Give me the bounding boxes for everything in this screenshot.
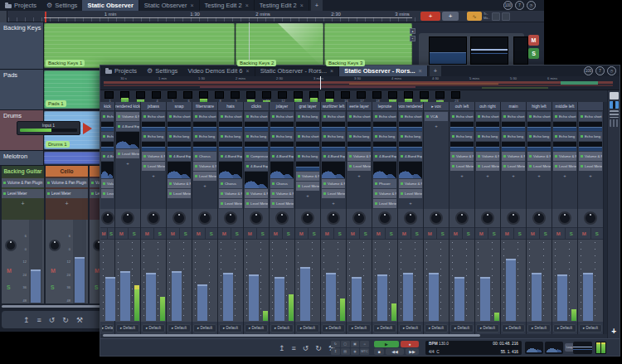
fader-section[interactable] bbox=[398, 240, 423, 322]
volume-fader-bar[interactable] bbox=[403, 273, 413, 321]
plugin-enabled-icon[interactable] bbox=[272, 192, 275, 195]
add-plugin-button[interactable]: + bbox=[502, 172, 525, 180]
plugin-enabled-icon[interactable] bbox=[529, 155, 532, 158]
clip-tool-button[interactable]: ∿ bbox=[467, 12, 482, 21]
add-plugin-button[interactable]: + bbox=[46, 198, 88, 210]
mute-button[interactable]: M bbox=[192, 228, 206, 239]
track-header[interactable]: Melotron bbox=[0, 151, 44, 165]
add-plugin-button[interactable]: + bbox=[116, 159, 139, 167]
plugin-slot[interactable]: Echo short bbox=[347, 112, 371, 121]
pan-knob[interactable] bbox=[121, 211, 134, 225]
plugin-slot[interactable]: Phaser bbox=[373, 179, 396, 188]
solo-button[interactable]: S bbox=[231, 228, 244, 239]
plugin-slot[interactable]: Echo long bbox=[399, 132, 422, 141]
plugin-slot[interactable]: Level Meter bbox=[527, 162, 551, 171]
preset-selector[interactable]: ▸ Default bbox=[347, 324, 371, 332]
plugin-slot[interactable]: Echo long bbox=[168, 132, 191, 141]
plugin-enabled-icon[interactable] bbox=[91, 182, 94, 184]
plugin-display[interactable] bbox=[296, 142, 319, 151]
fader-section[interactable] bbox=[244, 240, 269, 322]
solo-button[interactable]: S bbox=[437, 228, 449, 239]
close-tab-icon[interactable]: × bbox=[245, 2, 249, 8]
fader-section[interactable] bbox=[347, 240, 372, 322]
pan-knob[interactable] bbox=[275, 211, 289, 225]
mute-button[interactable]: M bbox=[578, 228, 591, 239]
mtc-label[interactable]: MTC bbox=[360, 348, 369, 355]
solo-button[interactable]: S bbox=[334, 228, 347, 239]
plugin-slot[interactable]: Echo short bbox=[322, 112, 345, 121]
plugin-slot[interactable]: Level Meter bbox=[270, 199, 294, 208]
plugin-enabled-icon[interactable] bbox=[349, 115, 352, 118]
plugin-slot[interactable]: Volume & Pan Plugin bbox=[193, 162, 216, 171]
view-mode-labels[interactable]: Tr.. Mx.. bbox=[484, 12, 490, 20]
preset-selector[interactable]: ▸ Default bbox=[502, 324, 525, 332]
channel-name[interactable]: kick bbox=[100, 102, 114, 111]
edit-tab[interactable]: Static Observer× bbox=[139, 0, 200, 11]
plugin-slot[interactable]: Level Meter bbox=[322, 189, 345, 198]
plugin-enabled-icon[interactable] bbox=[298, 185, 300, 187]
track-header[interactable]: Backing Keys bbox=[0, 22, 44, 69]
solo-button[interactable]: S bbox=[566, 228, 578, 239]
plugin-enabled-icon[interactable] bbox=[426, 115, 429, 118]
add-track-button[interactable]: + bbox=[420, 12, 440, 21]
plugin-enabled-icon[interactable] bbox=[452, 135, 454, 138]
plugin-slot[interactable]: Echo short bbox=[399, 112, 422, 121]
solo-button[interactable]: S bbox=[257, 228, 270, 239]
plugin-slot[interactable]: Echo short bbox=[579, 112, 602, 121]
plugin-enabled-icon[interactable] bbox=[221, 155, 223, 158]
home-icon[interactable]: ⌂ bbox=[360, 341, 369, 347]
plugin-display[interactable] bbox=[399, 142, 422, 151]
plugin-slot[interactable]: Volume & Pan Plugin bbox=[502, 152, 525, 161]
plugin-enabled-icon[interactable] bbox=[375, 115, 377, 118]
plugin-slot[interactable]: Level Meter bbox=[193, 172, 216, 181]
plugin-enabled-icon[interactable] bbox=[581, 135, 583, 138]
solo-button[interactable]: S bbox=[180, 228, 192, 239]
channel-name[interactable]: Cello bbox=[46, 166, 88, 177]
close-tab-icon[interactable]: × bbox=[246, 68, 250, 74]
add-plugin-button[interactable]: + bbox=[322, 199, 345, 207]
input-device[interactable]: Input 1 bbox=[17, 121, 80, 135]
plugin-enabled-icon[interactable] bbox=[118, 125, 120, 128]
add-plugin-button[interactable]: + bbox=[450, 172, 474, 180]
solo-button[interactable]: S bbox=[488, 228, 501, 239]
plugin-enabled-icon[interactable] bbox=[349, 135, 352, 138]
menu-icon[interactable]: ≡ bbox=[292, 344, 296, 352]
channel-name[interactable]: grat layer bbox=[295, 102, 320, 111]
record-arm-arrow-icon[interactable] bbox=[83, 123, 92, 134]
plugin-display[interactable] bbox=[347, 142, 371, 151]
channel-name[interactable]: jxbass bbox=[141, 102, 166, 111]
preset-selector[interactable]: ▸ Default bbox=[101, 324, 114, 332]
plugin-slot[interactable]: Level Meter bbox=[579, 162, 602, 171]
mute-button[interactable]: M bbox=[321, 228, 334, 239]
tools-icon[interactable]: ⚒ bbox=[76, 316, 83, 324]
plugin-slot[interactable]: Level Meter bbox=[142, 162, 165, 171]
preset-selector[interactable]: ▸ Default bbox=[322, 324, 345, 332]
plugin-enabled-icon[interactable] bbox=[298, 115, 300, 118]
edit-tab[interactable]: Static Observer - Rors...× bbox=[255, 66, 340, 76]
add-plugin-button[interactable]: + bbox=[347, 172, 371, 180]
fader-section[interactable] bbox=[100, 240, 114, 322]
plugin-enabled-icon[interactable] bbox=[323, 115, 326, 118]
add-button[interactable]: + bbox=[442, 12, 459, 21]
add-plugin-button[interactable]: + bbox=[527, 172, 551, 180]
plugin-slot[interactable]: Echo long bbox=[476, 132, 499, 141]
plugin-slot[interactable]: Echo short bbox=[168, 112, 191, 121]
preset-selector[interactable]: ▸ Default bbox=[270, 324, 294, 332]
audio-clip[interactable]: Backing Keys 3 bbox=[324, 23, 412, 68]
preset-selector[interactable]: ▸ Default bbox=[168, 324, 191, 332]
plugin-enabled-icon[interactable] bbox=[478, 165, 480, 167]
timeline-ruler[interactable]: 1 min1:302 mins2:303 mins bbox=[0, 11, 419, 22]
plugin-slot[interactable]: Chorus bbox=[193, 152, 216, 161]
plugin-enabled-icon[interactable] bbox=[246, 192, 249, 195]
plugin-display[interactable] bbox=[270, 142, 294, 151]
arrange-view-icon[interactable] bbox=[610, 92, 619, 99]
plugin-slot[interactable]: Level Meter bbox=[296, 182, 319, 191]
volume-fader-bar[interactable] bbox=[532, 273, 542, 321]
plugin-slot[interactable]: Volume & Pan Plugin bbox=[347, 152, 371, 161]
preset-selector[interactable]: ▸ Default bbox=[219, 324, 242, 332]
plugin-slot[interactable]: Volume & Pan Plugin bbox=[46, 178, 88, 187]
plugin-display[interactable] bbox=[101, 122, 114, 131]
plugin-enabled-icon[interactable] bbox=[143, 115, 146, 118]
plugin-enabled-icon[interactable] bbox=[272, 155, 275, 158]
plugin-enabled-icon[interactable] bbox=[103, 192, 105, 195]
